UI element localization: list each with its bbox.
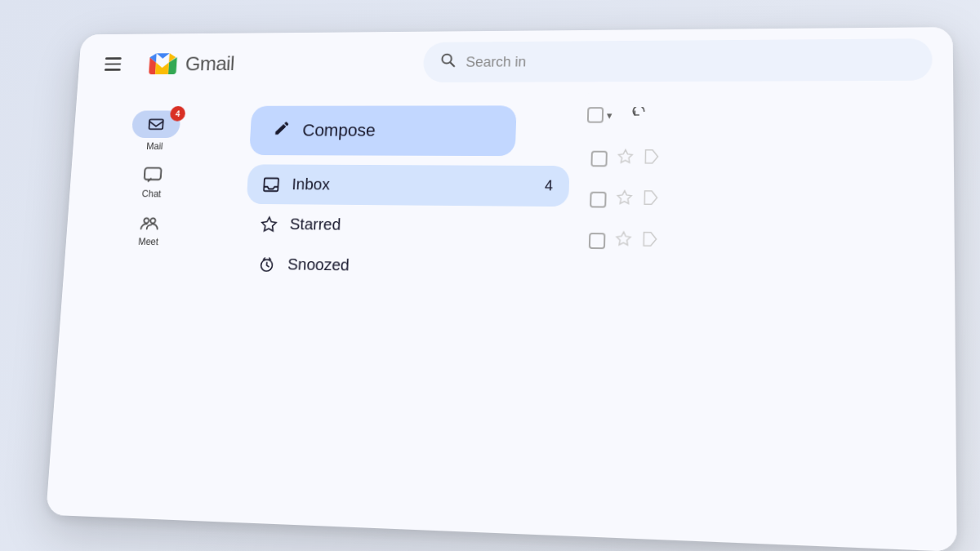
- svg-marker-9: [618, 149, 632, 162]
- email-checkbox[interactable]: [590, 150, 607, 167]
- email-checkbox[interactable]: [590, 191, 607, 207]
- menu-button[interactable]: [96, 47, 130, 81]
- svg-marker-10: [645, 149, 657, 162]
- email-rows: [583, 139, 944, 265]
- compose-button[interactable]: Compose: [249, 105, 517, 156]
- inbox-count: 4: [545, 177, 554, 194]
- snooze-icon: [258, 255, 276, 273]
- email-row[interactable]: [586, 139, 943, 180]
- svg-marker-13: [617, 232, 630, 245]
- select-dropdown-icon[interactable]: ▾: [607, 109, 612, 121]
- gmail-title: Gmail: [185, 51, 235, 75]
- meet-icon: [139, 213, 160, 233]
- email-row[interactable]: [585, 179, 944, 222]
- sidebar-item-chat[interactable]: Chat: [69, 157, 237, 206]
- sidebar: 4 Mail Chat: [46, 93, 240, 521]
- compose-label: Compose: [302, 120, 376, 140]
- svg-marker-7: [261, 216, 276, 230]
- email-label-icon[interactable]: [641, 230, 658, 251]
- hamburger-line-1: [105, 57, 122, 59]
- header: Gmail Search in: [77, 27, 953, 94]
- mail-icon: [147, 116, 164, 132]
- email-row[interactable]: [583, 220, 944, 265]
- chat-icon: [142, 165, 163, 185]
- email-list-area: ▾: [566, 91, 957, 551]
- email-star-icon[interactable]: [615, 230, 632, 251]
- logo-area: Gmail: [145, 47, 235, 79]
- hamburger-line-3: [105, 69, 121, 70]
- compose-icon: [273, 119, 291, 140]
- select-all-button[interactable]: ▾: [587, 107, 612, 122]
- body: 4 Mail Chat: [46, 91, 957, 551]
- svg-point-5: [150, 218, 155, 223]
- card-wrapper: Gmail Search in: [0, 0, 980, 551]
- mail-icon-badge: 4: [131, 110, 181, 138]
- nav-item-starred[interactable]: Starred: [244, 203, 568, 247]
- mail-label: Mail: [146, 140, 163, 151]
- mail-badge: 4: [170, 105, 186, 121]
- svg-point-4: [144, 218, 149, 223]
- star-icon: [260, 215, 278, 232]
- starred-label: Starred: [289, 215, 341, 233]
- search-placeholder: Search in: [466, 53, 527, 69]
- select-all-checkbox[interactable]: [587, 107, 604, 122]
- sidebar-item-meet[interactable]: Meet: [65, 204, 234, 254]
- email-label-icon[interactable]: [643, 189, 660, 210]
- svg-line-1: [450, 62, 454, 66]
- nav-item-inbox[interactable]: Inbox 4: [247, 164, 570, 207]
- svg-rect-2: [149, 119, 163, 129]
- email-checkbox[interactable]: [589, 232, 606, 248]
- svg-marker-12: [644, 190, 657, 204]
- email-label-icon[interactable]: [644, 148, 661, 168]
- meet-label: Meet: [138, 236, 158, 247]
- gmail-logo-icon: [145, 47, 179, 79]
- email-toolbar: ▾: [586, 91, 943, 139]
- main-card: Gmail Search in: [46, 27, 957, 551]
- svg-marker-14: [644, 232, 657, 246]
- sidebar-item-mail[interactable]: 4 Mail: [73, 103, 240, 158]
- nav-list: Inbox 4 Starred: [235, 161, 576, 289]
- hamburger-line-2: [105, 63, 121, 64]
- refresh-button[interactable]: [626, 100, 656, 129]
- email-star-icon[interactable]: [617, 148, 634, 168]
- chat-label: Chat: [141, 188, 161, 198]
- nav-item-snoozed[interactable]: Snoozed: [242, 243, 568, 289]
- search-bar[interactable]: Search in: [423, 38, 933, 82]
- scene: Gmail Search in: [0, 0, 980, 551]
- svg-rect-3: [145, 167, 162, 179]
- inbox-label: Inbox: [292, 175, 330, 193]
- svg-marker-11: [617, 190, 631, 203]
- inbox-icon: [262, 176, 280, 193]
- main-content: Compose Inbox: [216, 92, 578, 535]
- snoozed-label: Snoozed: [287, 255, 350, 273]
- email-star-icon[interactable]: [616, 189, 633, 209]
- search-icon: [439, 51, 457, 73]
